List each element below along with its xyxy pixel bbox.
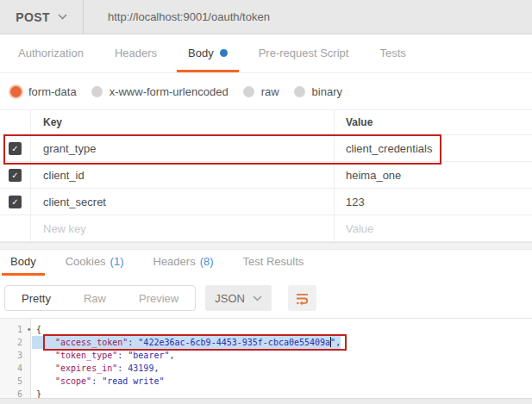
value-cell[interactable]: client_credentials [335,135,532,161]
tab-label: Body [188,47,214,59]
radio-icon [243,86,254,97]
tab-label: Pre-request Script [259,47,349,59]
value-cell[interactable]: 123 [335,189,532,214]
form-data-table: Key Value ✓ grant_type client_credential… [0,109,532,242]
code-line-2-access-token: 2 "access_token": "422e36ac-6cb9-4453-93… [0,336,532,349]
tab-label: Headers [115,47,157,59]
key-cell[interactable]: grant_type [31,135,335,161]
wrap-lines-button[interactable] [288,285,316,311]
cookies-count-badge: (1) [110,255,124,268]
tab-body[interactable]: Body [177,35,239,72]
request-tabs: Authorization Headers Body Pre-request S… [0,35,532,73]
new-value-input[interactable]: Value [335,215,532,241]
text-cursor [330,337,331,347]
chevron-down-icon [253,295,262,301]
row-checkbox-checked[interactable]: ✓ [9,142,22,155]
bottom-strip [0,398,532,404]
response-tab-body[interactable]: Body [2,250,45,276]
header-checkbox-cell [0,110,31,134]
mode-label: form-data [28,85,77,98]
line-number: 3 [0,349,32,362]
request-url-bar: POST http://localhost:9001/oauth/token [0,0,532,34]
tab-label: Authorization [18,47,84,59]
tab-pre-request-script[interactable]: Pre-request Script [247,35,360,72]
mode-label: raw [261,85,279,98]
radio-icon [294,86,305,97]
response-tab-headers[interactable]: Headers (8) [145,250,222,276]
value-cell[interactable]: heima_one [335,162,532,188]
method-select[interactable]: POST [0,0,84,34]
new-key-placeholder: New key [43,222,86,235]
tab-authorization[interactable]: Authorization [7,35,95,72]
url-text: http://localhost:9001/oauth/token [108,10,270,23]
key-cell[interactable]: client_id [31,162,335,188]
json-key: "token_type" [55,351,117,360]
wrap-text-icon [295,291,310,306]
mode-label: binary [312,85,342,98]
mode-label: x-www-form-urlencoded [110,85,228,98]
row-checkbox-checked[interactable]: ✓ [9,196,22,208]
tab-headers[interactable]: Headers [103,35,168,72]
view-mode-preview[interactable]: Preview [122,286,195,310]
mode-raw[interactable]: raw [243,85,279,98]
response-toolbar: Pretty Raw Preview JSON [0,279,532,317]
json-string-value: "bearer" [128,351,169,360]
url-input[interactable]: http://localhost:9001/oauth/token [84,0,532,34]
response-tabs: Body Cookies (1) Headers (8) Test Result… [0,250,532,276]
response-tab-test-results[interactable]: Test Results [235,250,313,276]
json-key: "access_token" [55,338,128,347]
headers-count-badge: (8) [200,255,214,268]
line-number: 4 [0,362,32,375]
response-tab-cookies[interactable]: Cookies (1) [57,250,133,276]
column-header-key: Key [43,116,62,128]
table-header-row: Key Value [0,109,532,135]
mode-form-data[interactable]: form-data [10,85,77,98]
postman-window: POST http://localhost:9001/oauth/token A… [0,0,532,404]
format-dropdown[interactable]: JSON [205,285,272,311]
section-divider [0,242,532,250]
json-string-value: "read write" [102,376,164,386]
view-mode-raw[interactable]: Raw [67,286,122,310]
view-mode-pretty[interactable]: Pretty [5,286,67,310]
selected-code-line: "access_token": "422e36ac-6cb9-4453-935f… [32,336,341,349]
new-key-input[interactable]: New key [31,215,335,241]
tab-tests[interactable]: Tests [368,35,416,72]
json-string-value: "422e36ac-6cb9-4453-935f-cbca0e55409a" [138,338,335,347]
table-row-client-secret: ✓ client_secret 123 [0,189,532,215]
new-value-placeholder: Value [346,222,373,235]
radio-selected-icon [10,86,22,97]
code-fold-arrow-icon[interactable]: ▾ [27,323,31,336]
column-header-value: Value [346,116,372,128]
tab-label: Tests [379,47,405,59]
mode-x-www-form-urlencoded[interactable]: x-www-form-urlencoded [91,85,228,98]
table-row-client-id: ✓ client_id heima_one [0,162,532,189]
json-number-value: 43199 [128,364,153,373]
table-row-new: New key Value [0,215,532,242]
line-number: 5 [0,375,32,388]
code-line-3-token-type: 3 "token_type": "bearer", [0,349,532,362]
code-line-1: 1 ▾ { [0,323,532,336]
line-number: 2 [0,336,32,349]
table-row-grant-type: ✓ grant_type client_credentials [0,135,532,162]
json-key: "scope" [55,376,91,386]
chevron-down-icon [58,14,67,20]
format-dropdown-value: JSON [215,292,245,305]
radio-icon [91,86,103,97]
method-label: POST [16,10,50,24]
response-body-editor[interactable]: 1 ▾ { 2 "access_token": "422e36ac-6cb9-4… [0,318,532,398]
key-cell[interactable]: client_secret [31,189,335,214]
row-checkbox-checked[interactable]: ✓ [9,169,22,182]
response-view-group: Pretty Raw Preview [4,285,196,311]
empty-checkbox-cell [0,215,31,241]
mode-binary[interactable]: binary [294,85,342,98]
body-tab-indicator-dot [220,49,228,57]
code-line-5-scope: 5 "scope": "read write" [0,375,532,388]
json-key: "expires_in" [55,364,117,373]
code-line-4-expires-in: 4 "expires_in": 43199, [0,362,532,375]
body-mode-options: form-data x-www-form-urlencoded raw bina… [0,74,532,109]
